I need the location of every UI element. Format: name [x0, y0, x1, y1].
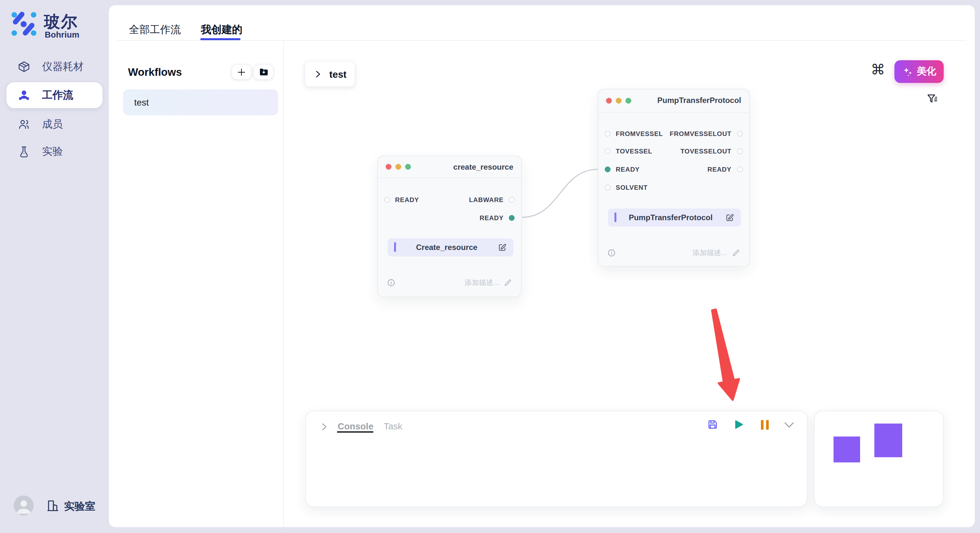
sidebar-item-members[interactable]: 成员: [6, 111, 102, 137]
pencil-icon[interactable]: [504, 279, 512, 287]
sidebar-footer: 实验室: [0, 495, 108, 517]
app-root: 玻尔 Bohrium 仪器耗材 工作流 成员: [0, 0, 980, 533]
port-dot-input-tovessel[interactable]: [605, 148, 611, 154]
command-icon[interactable]: ⌘: [871, 62, 885, 77]
experiment-icon: [18, 145, 30, 158]
node-action-button[interactable]: Create_resource: [387, 238, 513, 257]
node-footer: 添加描述...: [387, 278, 512, 288]
port-row-output-ready: READY: [708, 165, 743, 173]
port-dot-input-fromvessel[interactable]: [605, 130, 611, 136]
sidebar-item-label: 成员: [42, 117, 63, 131]
workspace-label[interactable]: 实验室: [64, 500, 95, 514]
breadcrumb[interactable]: test: [305, 61, 355, 87]
workflow-list-item-test[interactable]: test: [123, 89, 278, 115]
node-dot-yellow-icon: [616, 97, 622, 103]
port-label: READY: [480, 214, 504, 221]
node-footer: 添加描述...: [607, 247, 740, 258]
sidebar-item-experiment[interactable]: 实验: [6, 139, 102, 165]
edit-icon[interactable]: [498, 243, 507, 252]
port-label: FROMVESSEL: [616, 130, 663, 137]
beautify-button[interactable]: 美化: [894, 60, 944, 83]
port-row-output-labware: LABWARE: [469, 195, 515, 203]
bohrium-logo-icon: [10, 10, 37, 37]
console-panel: Console Task: [305, 411, 808, 507]
port-label: SOLVENT: [616, 184, 648, 191]
sidebar-item-workflow[interactable]: 工作流: [6, 82, 102, 108]
description-placeholder[interactable]: 添加描述...: [465, 278, 499, 287]
node-pump-transfer-protocol[interactable]: PumpTransferProtocol FROMVESSEL TOVESSEL…: [598, 89, 749, 267]
tabs-divider: [117, 40, 966, 40]
minimap[interactable]: [814, 411, 944, 507]
node-dot-yellow-icon: [395, 164, 401, 170]
breadcrumb-label: test: [329, 68, 347, 79]
sidebar-item-label: 实验: [42, 145, 63, 159]
port-dot-input-ready[interactable]: [384, 197, 390, 202]
port-dot-input-solvent[interactable]: [605, 184, 611, 190]
node-dot-green-icon: [625, 97, 631, 103]
sidebar: 玻尔 Bohrium 仪器耗材 工作流 成员: [0, 0, 108, 533]
sidebar-item-label: 工作流: [42, 89, 73, 102]
info-icon[interactable]: [607, 248, 616, 257]
beautify-label: 美化: [917, 65, 936, 78]
workflow-person-icon: [18, 89, 30, 102]
port-label: FROMVESSELOUT: [670, 130, 732, 137]
sidebar-item-instruments[interactable]: 仪器耗材: [6, 54, 102, 80]
node-title: create_resource: [453, 162, 513, 171]
console-expand-chevron-icon[interactable]: [319, 422, 328, 431]
brand-subtitle: Bohrium: [45, 30, 80, 40]
tab-console[interactable]: Console: [338, 421, 373, 431]
info-icon[interactable]: [387, 279, 395, 287]
node-dot-green-icon: [405, 164, 410, 170]
action-label: PumpTransferProtocol: [616, 213, 725, 222]
port-label: READY: [708, 166, 732, 173]
chevron-right-icon: [314, 70, 322, 78]
port-row-input-fromvessel: FROMVESSEL: [605, 130, 663, 137]
save-icon[interactable]: [707, 419, 718, 430]
filter-icon[interactable]: [926, 93, 938, 105]
port-label: READY: [395, 196, 419, 203]
port-dot-input-ready[interactable]: [605, 167, 611, 172]
node-create-resource[interactable]: create_resource READY LABWARE READY Crea…: [377, 155, 522, 297]
port-label: TOVESSELOUT: [681, 148, 732, 155]
tab-task[interactable]: Task: [384, 421, 402, 431]
brand-name: 玻尔: [44, 11, 78, 32]
port-dot-output-ready[interactable]: [737, 167, 743, 172]
folder-download-icon: [258, 67, 269, 77]
sidebar-item-label: 仪器耗材: [42, 60, 84, 73]
port-dot-output-ready[interactable]: [509, 215, 515, 220]
port-row-output-ready: READY: [480, 214, 515, 222]
edit-icon[interactable]: [725, 213, 734, 222]
minimap-node-pump-transfer: [874, 424, 902, 457]
node-dot-red-icon: [606, 97, 612, 103]
port-row-input-tovessel: TOVESSEL: [605, 148, 652, 155]
port-label: TOVESSEL: [616, 148, 652, 155]
pause-icon[interactable]: [760, 420, 769, 430]
port-label: LABWARE: [469, 196, 504, 203]
tab-all-workflows[interactable]: 全部工作流: [129, 23, 181, 36]
collapse-chevron-down-icon[interactable]: [784, 422, 795, 429]
red-arrow-annotation: [712, 309, 738, 400]
avatar[interactable]: [14, 495, 34, 516]
lab-building-icon[interactable]: [46, 499, 60, 512]
port-dot-output-fromvesselout[interactable]: [737, 130, 743, 136]
avatar-person-icon: [14, 495, 34, 516]
panel-divider: [283, 40, 284, 527]
description-placeholder[interactable]: 添加描述...: [692, 248, 727, 257]
port-dot-output-tovesselout[interactable]: [737, 148, 743, 154]
plus-icon: [237, 67, 246, 77]
run-play-icon[interactable]: [732, 418, 745, 431]
port-row-input-ready: READY: [605, 165, 640, 173]
tab-created-by-me[interactable]: 我创建的: [201, 23, 242, 36]
sparkles-icon: [902, 66, 913, 77]
node-title: PumpTransferProtocol: [657, 96, 741, 105]
members-icon: [18, 118, 30, 131]
import-folder-button[interactable]: [253, 64, 274, 80]
action-label: Create_resource: [396, 243, 498, 252]
node-action-button[interactable]: PumpTransferProtocol: [608, 209, 740, 226]
add-workflow-button[interactable]: [231, 64, 251, 80]
port-dot-output-labware[interactable]: [509, 197, 515, 202]
node-header: PumpTransferProtocol: [598, 89, 749, 113]
workflows-panel-title: Workflows: [128, 66, 182, 78]
pencil-icon[interactable]: [732, 248, 740, 257]
minimap-node-create-resource: [834, 436, 860, 462]
